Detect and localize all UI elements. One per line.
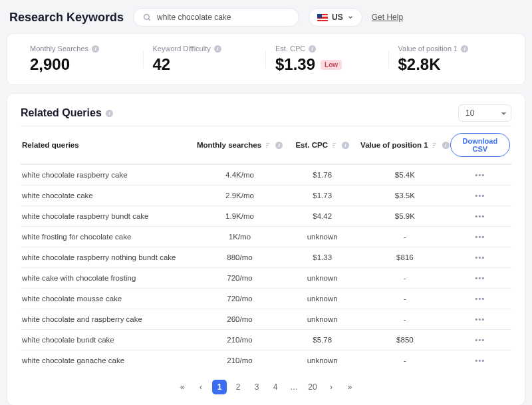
cell-cpc: unknown	[285, 233, 360, 241]
info-icon[interactable]: i	[342, 142, 349, 149]
download-csv-button[interactable]: Download CSV	[450, 133, 510, 157]
cell-query: white chocolate cake	[22, 192, 195, 200]
row-more-button[interactable]: •••	[471, 335, 489, 345]
table-row: white chocolate raspberry cake4.4K/mo$1.…	[21, 164, 511, 185]
cell-vop: -	[360, 274, 450, 282]
table-header: Related queries Monthly searches i Est. …	[21, 126, 511, 164]
page-last[interactable]: »	[342, 380, 357, 394]
locale-label: US	[332, 13, 343, 22]
metric-value: 2,900	[30, 55, 134, 74]
cell-monthly: 260/mo	[195, 315, 285, 323]
page-number[interactable]: 2	[231, 380, 245, 394]
page-number[interactable]: 1	[212, 380, 227, 394]
page-number[interactable]: 4	[268, 380, 283, 394]
page-size-select[interactable]: 10	[458, 104, 511, 122]
table-row: white chocolate ganache cake210/mounknow…	[21, 350, 511, 370]
cell-vop: $3.5K	[360, 192, 450, 200]
cell-vop: -	[360, 356, 450, 364]
metric-label: Monthly Searches	[30, 45, 88, 53]
cell-query: white chocolate raspberry cake	[22, 171, 195, 179]
cell-query: white chocolate mousse cake	[22, 295, 195, 303]
page-next[interactable]: ›	[324, 380, 338, 394]
table-row: white chocolate cake2.9K/mo$1.73$3.5K•••	[21, 185, 511, 205]
cell-vop: $850	[360, 336, 450, 344]
page-prev[interactable]: ‹	[194, 380, 208, 394]
cell-vop: -	[360, 295, 450, 303]
table-row: white chocolate raspberry nothing bundt …	[21, 247, 511, 267]
metric-monthly-searches: Monthly Searchesi 2,900	[21, 45, 144, 74]
search-field[interactable]	[133, 8, 299, 27]
row-more-button[interactable]: •••	[471, 314, 489, 325]
info-icon[interactable]: i	[309, 45, 316, 53]
cell-query: white chocolate raspberry nothing bundt …	[22, 253, 195, 261]
search-input[interactable]	[157, 13, 289, 22]
cell-query: white chocolate and raspberry cake	[22, 315, 195, 323]
metrics-card: Monthly Searchesi 2,900 Keyword Difficul…	[7, 33, 525, 85]
row-more-button[interactable]: •••	[471, 273, 489, 283]
table-row: white chocolate raspberry bundt cake1.9K…	[21, 205, 511, 226]
sort-icon	[432, 142, 439, 149]
row-more-button[interactable]: •••	[471, 170, 489, 180]
col-monthly-searches[interactable]: Monthly searches i	[195, 141, 285, 149]
page-number[interactable]: 20	[305, 380, 320, 394]
cell-monthly: 2.9K/mo	[195, 192, 285, 200]
cell-cpc: $1.76	[285, 171, 360, 179]
cell-monthly: 210/mo	[195, 356, 285, 364]
col-related-queries[interactable]: Related queries	[22, 141, 195, 149]
cell-cpc: unknown	[285, 356, 360, 364]
page-first[interactable]: «	[175, 380, 190, 394]
section-title: Related Queries i	[21, 107, 113, 119]
metric-label: Est. CPC	[275, 45, 305, 53]
cell-cpc: $4.42	[285, 212, 360, 220]
row-more-button[interactable]: •••	[471, 190, 489, 201]
cell-query: white chocolate raspberry bundt cake	[22, 212, 195, 220]
col-value-position-1[interactable]: Value of position 1 i	[360, 141, 450, 149]
page-title: Research Keywords	[9, 11, 124, 25]
metric-value: $2.8K	[398, 55, 503, 74]
flag-us-icon	[317, 14, 328, 21]
sort-icon	[265, 142, 272, 149]
row-more-button[interactable]: •••	[471, 211, 489, 221]
cell-monthly: 4.4K/mo	[195, 171, 285, 179]
metric-value: $1.39 Low	[275, 55, 380, 74]
get-help-link[interactable]: Get Help	[372, 13, 403, 22]
row-more-button[interactable]: •••	[471, 355, 489, 366]
cell-cpc: unknown	[285, 295, 360, 303]
info-icon[interactable]: i	[92, 45, 99, 53]
row-more-button[interactable]: •••	[471, 231, 489, 242]
info-icon[interactable]: i	[275, 142, 283, 149]
sort-icon	[331, 142, 338, 149]
cell-vop: $816	[360, 253, 450, 261]
metric-est-cpc: Est. CPCi $1.39 Low	[266, 45, 389, 74]
row-more-button[interactable]: •••	[471, 252, 489, 263]
page-number[interactable]: 3	[249, 380, 264, 394]
cell-monthly: 720/mo	[195, 274, 285, 282]
locale-selector[interactable]: US	[309, 8, 362, 27]
info-icon[interactable]: i	[442, 142, 450, 149]
metric-label: Value of position 1	[398, 45, 458, 53]
cell-cpc: $1.33	[285, 253, 360, 261]
info-icon[interactable]: i	[214, 45, 221, 53]
svg-point-0	[144, 14, 150, 19]
table-row: white chocolate bundt cake210/mo$5.78$85…	[21, 329, 511, 350]
cell-query: white cake with chocolate frosting	[22, 274, 195, 282]
cell-query: white frosting for chocolate cake	[22, 233, 195, 241]
info-icon[interactable]: i	[461, 45, 468, 53]
page-ellipsis: …	[287, 380, 301, 394]
cpc-low-badge: Low	[321, 60, 342, 70]
row-more-button[interactable]: •••	[471, 293, 489, 304]
info-icon[interactable]: i	[106, 110, 113, 117]
col-est-cpc[interactable]: Est. CPC i	[285, 141, 360, 149]
cell-query: white chocolate bundt cake	[22, 336, 195, 344]
top-bar: Research Keywords US Get Help	[7, 5, 525, 33]
svg-line-1	[148, 19, 150, 21]
cell-vop: -	[360, 233, 450, 241]
cell-monthly: 720/mo	[195, 295, 285, 303]
cell-cpc: $5.78	[285, 336, 360, 344]
related-queries-card: Related Queries i 10 Related queries Mon…	[7, 93, 525, 405]
table-row: white chocolate mousse cake720/mounknown…	[21, 288, 511, 309]
metric-keyword-difficulty: Keyword Difficultyi 42	[144, 45, 267, 74]
metric-value: 42	[153, 55, 257, 74]
cell-monthly: 1.9K/mo	[195, 212, 285, 220]
cell-vop: -	[360, 315, 450, 323]
